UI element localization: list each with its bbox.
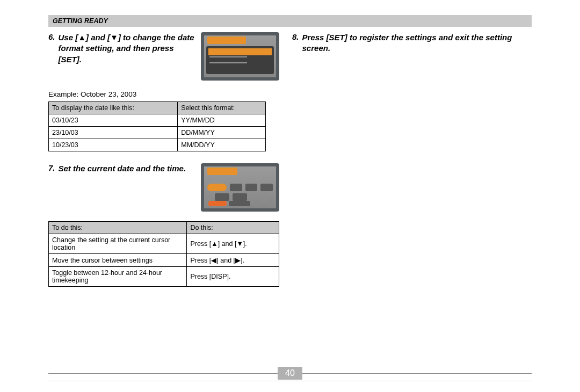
up-triangle-icon: ▲ xyxy=(78,33,86,42)
table-header-row: To do this: Do this: xyxy=(49,222,279,234)
table-row: 03/10/23 YY/MM/DD xyxy=(49,114,266,127)
page-content: GETTING READY 6. Use [▲] and [▼] to chan… xyxy=(0,0,580,299)
up-triangle-icon: ▲ xyxy=(211,240,218,248)
right-triangle-icon: ▶ xyxy=(235,257,241,264)
example-text: Example: October 23, 2003 xyxy=(48,90,279,98)
table-row: Change the setting at the current cursor… xyxy=(49,234,279,254)
down-triangle-icon: ▼ xyxy=(110,33,118,42)
step-6: 6. Use [▲] and [▼] to change the date fo… xyxy=(48,32,279,81)
step-7-text: Set the current date and the time. xyxy=(59,163,186,174)
date-style-screenshot xyxy=(201,32,279,81)
table-row: 10/23/03 MM/DD/YY xyxy=(49,139,266,151)
adjust-screenshot xyxy=(201,163,279,212)
table-header-cell: To do this: xyxy=(49,222,187,234)
step-8-number: 8. xyxy=(292,32,299,41)
down-triangle-icon: ▼ xyxy=(236,240,243,248)
table-header-cell: Select this format: xyxy=(178,102,266,114)
left-column: 6. Use [▲] and [▼] to change the date fo… xyxy=(48,32,279,299)
step-8-text: Press [SET] to register the settings and… xyxy=(302,32,532,54)
step-7: 7. Set the current date and the time. xyxy=(48,163,279,212)
two-column-layout: 6. Use [▲] and [▼] to change the date fo… xyxy=(48,32,532,299)
section-header: GETTING READY xyxy=(48,15,532,27)
controls-table: To do this: Do this: Change the setting … xyxy=(48,221,279,287)
step-8: 8. Press [SET] to register the settings … xyxy=(292,32,532,54)
page-footer: 40 xyxy=(0,367,580,381)
page-number: 40 xyxy=(278,367,302,380)
table-row: Move the cursor between settings Press [… xyxy=(49,254,279,267)
step-7-number: 7. xyxy=(48,163,55,172)
table-cell: Press [▲] and [▼]. xyxy=(187,234,279,254)
table-row: Toggle between 12-hour and 24-hour timek… xyxy=(49,267,279,287)
table-cell: Press [◀] and [▶]. xyxy=(187,254,279,267)
step-6-number: 6. xyxy=(48,32,55,41)
left-triangle-icon: ◀ xyxy=(211,257,216,264)
date-format-table: To display the date like this: Select th… xyxy=(48,101,266,151)
table-row: 23/10/03 DD/MM/YY xyxy=(49,127,266,139)
right-column: 8. Press [SET] to register the settings … xyxy=(292,32,532,299)
step-6-text: Use [▲] and [▼] to change the date forma… xyxy=(59,32,194,65)
table-header-row: To display the date like this: Select th… xyxy=(49,102,266,114)
table-header-cell: Do this: xyxy=(187,222,279,234)
table-header-cell: To display the date like this: xyxy=(49,102,178,114)
